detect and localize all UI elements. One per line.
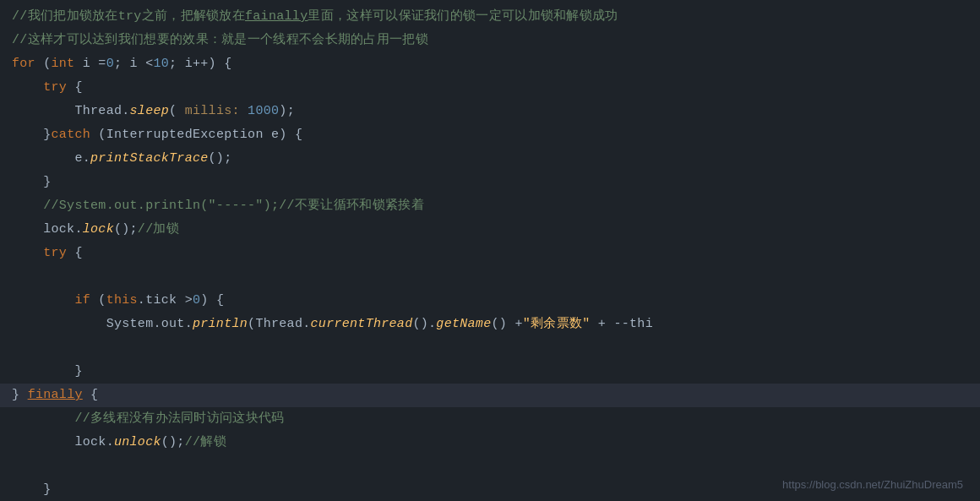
- code-indent15: [12, 479, 43, 501]
- code-line-4: try {: [0, 76, 980, 100]
- code-print-stack: printStackTrace: [90, 148, 209, 170]
- code-int: int: [52, 53, 75, 75]
- code-for: for: [12, 53, 35, 75]
- code-system-class: System: [106, 313, 154, 335]
- code-dot3: .: [185, 313, 193, 335]
- code-indent8: [12, 242, 43, 264]
- code-thread-class: Thread: [74, 101, 122, 123]
- code-indent14: [12, 432, 74, 454]
- code-empty1: [12, 266, 19, 288]
- code-1000: 1000: [248, 101, 279, 123]
- code-comment-1: //我们把加锁放在try之前，把解锁放在: [12, 6, 245, 28]
- code-lock-method: lock: [83, 219, 114, 241]
- code-lock-var2: lock.: [74, 432, 114, 454]
- code-if-close: ) {: [200, 290, 224, 312]
- code-i-decl: i =: [74, 53, 106, 75]
- code-line-11: try {: [0, 242, 980, 265]
- code-millis-label: millis:: [177, 101, 239, 123]
- code-catch-paren: (: [90, 124, 106, 146]
- code-dot1: .: [122, 101, 129, 123]
- code-line-17: } finally {: [0, 384, 980, 407]
- code-sleep-method: sleep: [130, 101, 170, 123]
- code-thread-class2: Thread: [255, 313, 302, 335]
- code-try2: try: [43, 242, 67, 264]
- code-indent7: [12, 219, 43, 241]
- code-finally-keyword: finally: [28, 384, 83, 406]
- code-ct-paren: ().: [412, 313, 436, 335]
- code-finally-brace: {: [83, 384, 99, 406]
- code-line-12: [0, 265, 980, 289]
- code-line-14: System . out . println ( Thread . curren…: [0, 313, 980, 336]
- code-comment-3: //System.out.println("-----");//不要让循环和锁紧…: [43, 195, 424, 217]
- code-line-3: for ( int i = 0 ; i < 10 ; i++) {: [0, 52, 980, 76]
- code-comment-2: //这样才可以达到我们想要的效果：就是一个线程不会长期的占用一把锁: [12, 30, 428, 52]
- code-gn-paren: () +: [491, 313, 522, 335]
- code-close-try: }: [43, 124, 51, 146]
- code-comment-lock: //加锁: [138, 219, 179, 241]
- code-current-thread: currentThread: [311, 313, 413, 335]
- code-line-7: e. printStackTrace ();: [0, 147, 980, 171]
- code-line-8: }: [0, 171, 980, 194]
- code-line-15: [0, 336, 980, 360]
- code-finally-underline: fainally: [245, 6, 308, 28]
- code-try-brace1: {: [67, 77, 83, 99]
- code-if-paren: (: [90, 290, 106, 312]
- code-println: println: [193, 313, 248, 335]
- code-indent5: [12, 172, 43, 193]
- code-millis-space: [240, 101, 248, 123]
- code-dot2: .: [153, 313, 161, 335]
- code-catch-var: e) {: [264, 124, 303, 146]
- code-semi2: ; i++) {: [169, 53, 231, 75]
- code-indent6: [12, 195, 43, 217]
- code-try1: try: [43, 77, 67, 99]
- code-line-2: //这样才可以达到我们想要的效果：就是一个线程不会长期的占用一把锁: [0, 29, 980, 52]
- code-line-16: }: [0, 360, 980, 384]
- code-try-brace2: {: [67, 242, 83, 264]
- code-line-19: lock. unlock (); //解锁: [0, 431, 980, 455]
- code-indent11: [12, 361, 74, 383]
- code-interrupted-ex: InterruptedException: [106, 124, 264, 146]
- code-sleep-close: );: [279, 101, 295, 123]
- code-comment-1b: 里面，这样可以保证我们的锁一定可以加锁和解锁成功: [308, 6, 618, 28]
- code-catch: catch: [52, 124, 91, 146]
- code-empty2: [12, 337, 19, 359]
- code-unlock-paren: ();: [161, 432, 185, 454]
- code-indent9: [12, 290, 74, 312]
- code-plus: + --thi: [591, 313, 653, 335]
- code-comment-unlock: //解锁: [185, 432, 226, 454]
- code-indent4: [12, 148, 74, 170]
- code-for-paren: (: [35, 53, 52, 75]
- code-line-6: } catch ( InterruptedException e) {: [0, 123, 980, 147]
- code-lock-var: lock.: [43, 219, 83, 241]
- code-comment-multi: //多线程没有办法同时访问这块代码: [74, 408, 284, 430]
- code-line-18: //多线程没有办法同时访问这块代码: [0, 407, 980, 431]
- code-line-20: [0, 455, 980, 478]
- code-sleep-paren: (: [169, 101, 177, 123]
- code-close-finally: }: [43, 479, 51, 501]
- code-close-marker: }: [12, 384, 19, 406]
- code-indent10: [12, 313, 106, 335]
- code-get-name: getName: [436, 313, 491, 335]
- watermark: https://blog.csdn.net/ZhuiZhuDream5: [782, 478, 963, 491]
- code-editor: //我们把加锁放在try之前，把解锁放在fainally里面，这样可以保证我们的…: [0, 0, 980, 501]
- code-indent13: [12, 408, 74, 430]
- code-out: out: [161, 313, 185, 335]
- code-indent1: [12, 77, 43, 99]
- code-string-remnant: "剩余票数": [523, 313, 591, 335]
- code-if: if: [74, 290, 90, 312]
- code-dot4: .: [302, 313, 310, 335]
- code-indent3: [12, 124, 43, 146]
- code-e-var: e.: [74, 148, 90, 170]
- code-line-10: lock. lock (); //加锁: [0, 218, 980, 242]
- code-zero2: 0: [193, 290, 200, 312]
- code-this: this: [106, 290, 138, 312]
- code-ten: 10: [153, 53, 169, 75]
- code-close-if: }: [74, 361, 82, 383]
- code-indent12: [19, 384, 27, 406]
- code-line-9: //System.out.println("-----");//不要让循环和锁紧…: [0, 194, 980, 218]
- code-line-1: //我们把加锁放在try之前，把解锁放在fainally里面，这样可以保证我们的…: [0, 5, 980, 29]
- code-zero: 0: [106, 53, 114, 75]
- code-print-paren: ();: [209, 148, 232, 170]
- code-println-paren: (: [248, 313, 255, 335]
- code-indent2: [12, 101, 74, 123]
